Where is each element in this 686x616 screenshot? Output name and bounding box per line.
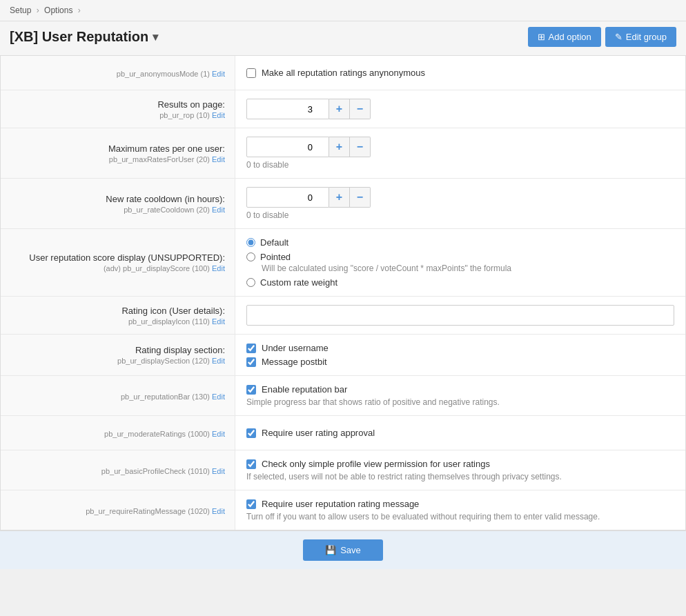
moderateratings-checkbox[interactable]: [246, 428, 256, 438]
cooldown-increment-button[interactable]: +: [329, 187, 350, 208]
breadcrumb-setup[interactable]: Setup: [10, 6, 31, 15]
option-value-displayscore: Default Pointed Will be calculated using…: [235, 229, 685, 296]
moderateratings-label: Require user rating approval: [262, 428, 375, 438]
maxrates-edit-link[interactable]: Edit: [212, 155, 225, 163]
maxrates-decrement-button[interactable]: −: [350, 137, 371, 157]
maxrates-hint: 0 to disable: [246, 160, 674, 170]
under-username-row[interactable]: Under username: [246, 343, 674, 353]
radio-pointed-container: Pointed Will be calculated using "score …: [246, 252, 674, 273]
moderateratings-checkbox-row[interactable]: Require user rating approval: [246, 428, 674, 438]
option-row-reputationbar: pb_ur_reputationBar (130) Edit Enable re…: [1, 376, 685, 416]
requiremessage-checkbox[interactable]: [246, 499, 256, 509]
rop-decrement-button[interactable]: −: [350, 99, 371, 119]
cooldown-edit-link[interactable]: Edit: [212, 206, 225, 214]
rop-label-text: Results on page:: [157, 99, 225, 110]
option-label-reputationbar: pb_ur_reputationBar (130) Edit: [1, 376, 235, 415]
message-postbit-row[interactable]: Message postbit: [246, 357, 674, 367]
option-label-basicprofilecheck: pb_ur_basicProfileCheck (1010) Edit: [1, 450, 235, 490]
radio-custom-row[interactable]: Custom rate weight: [246, 277, 674, 288]
add-option-icon: ⊞: [538, 32, 545, 42]
reputationbar-label: Enable reputation bar: [262, 384, 347, 395]
rop-input[interactable]: [246, 99, 329, 119]
radio-default[interactable]: [246, 238, 255, 247]
cooldown-decrement-button[interactable]: −: [350, 187, 371, 208]
cooldown-input[interactable]: [246, 187, 329, 208]
page-header: [XB] User Reputation ▾ ⊞ Add option ✎ Ed…: [0, 21, 686, 55]
displayscore-edit-link[interactable]: Edit: [212, 264, 225, 272]
moderateratings-edit-link[interactable]: Edit: [212, 430, 225, 438]
edit-group-button[interactable]: ✎ Edit group: [605, 27, 676, 47]
reputationbar-checkbox[interactable]: [246, 385, 256, 395]
requiremessage-checkbox-row[interactable]: Require user reputation rating message: [246, 499, 674, 509]
page-title: [XB] User Reputation ▾: [10, 29, 158, 45]
radio-custom[interactable]: [246, 278, 255, 287]
requiremessage-edit-link[interactable]: Edit: [212, 507, 225, 515]
requiremessage-meta: pb_ur_requireRatingMessage (1020) Edit: [86, 507, 225, 515]
displayicon-input[interactable]: [246, 305, 674, 326]
rop-number-group: + −: [246, 99, 674, 119]
option-label-displayicon: Rating icon (User details): pb_ur_displa…: [1, 297, 235, 334]
rop-increment-button[interactable]: +: [329, 99, 350, 119]
displaysection-edit-link[interactable]: Edit: [212, 357, 225, 365]
maxrates-meta: pb_ur_maxRatesForUser (20) Edit: [109, 155, 225, 163]
basicprofilecheck-meta: pb_ur_basicProfileCheck (1010) Edit: [101, 467, 225, 475]
message-postbit-checkbox[interactable]: [246, 357, 256, 367]
radio-default-label: Default: [260, 237, 288, 248]
cooldown-hint: 0 to disable: [246, 210, 674, 220]
option-label-moderateratings: pb_ur_moderateRatings (1000) Edit: [1, 416, 235, 450]
displayicon-label-text: Rating icon (User details):: [121, 306, 225, 316]
displaysection-meta: pb_ur_displaySection (120) Edit: [117, 357, 225, 365]
cooldown-number-group: + −: [246, 187, 674, 208]
save-button[interactable]: 💾 Save: [303, 539, 383, 561]
option-label-anonymous: pb_ur_anonymousMode (1) Edit: [1, 56, 235, 90]
option-value-displaysection: Under username Message postbit: [235, 335, 685, 375]
option-row-moderateratings: pb_ur_moderateRatings (1000) Edit Requir…: [1, 416, 685, 450]
reputationbar-checkbox-row[interactable]: Enable reputation bar: [246, 384, 674, 395]
option-value-displayicon: [235, 297, 685, 334]
save-icon: 💾: [325, 545, 336, 555]
option-label-rop: Results on page: pb_ur_rop (10) Edit: [1, 90, 235, 128]
rop-meta: pb_ur_rop (10) Edit: [159, 111, 225, 119]
anonymous-checkbox-row[interactable]: Make all reputation ratings anynonymous: [246, 68, 674, 78]
maxrates-label-text: Maximum rates per one user:: [108, 143, 225, 154]
option-value-rop: + −: [235, 90, 685, 128]
cooldown-meta: pb_ur_rateCooldown (20) Edit: [124, 206, 225, 214]
option-value-moderateratings: Require user rating approval: [235, 416, 685, 450]
breadcrumb-options[interactable]: Options: [44, 6, 72, 15]
radio-pointed-row[interactable]: Pointed: [246, 252, 674, 262]
basicprofilecheck-checkbox-row[interactable]: Check only simple profile view permissio…: [246, 459, 674, 469]
radio-pointed-label: Pointed: [260, 252, 291, 262]
title-dropdown-arrow[interactable]: ▾: [153, 30, 158, 43]
option-label-requiremessage: pb_ur_requireRatingMessage (1020) Edit: [1, 490, 235, 530]
option-value-cooldown: + − 0 to disable: [235, 179, 685, 228]
edit-group-icon: ✎: [615, 32, 623, 42]
add-option-button[interactable]: ⊞ Add option: [528, 27, 601, 47]
maxrates-increment-button[interactable]: +: [329, 137, 350, 157]
rop-edit-link[interactable]: Edit: [212, 111, 225, 119]
option-value-basicprofilecheck: Check only simple profile view permissio…: [235, 450, 685, 490]
option-value-maxrates: + − 0 to disable: [235, 128, 685, 178]
option-row-requiremessage: pb_ur_requireRatingMessage (1020) Edit R…: [1, 490, 685, 530]
option-row-maxrates: Maximum rates per one user: pb_ur_maxRat…: [1, 128, 685, 179]
basicprofilecheck-checkbox[interactable]: [246, 459, 256, 469]
edit-group-label: Edit group: [626, 32, 667, 42]
reputationbar-hint: Simple progress bar that shows ratio of …: [246, 397, 674, 407]
radio-pointed[interactable]: [246, 252, 255, 261]
displayicon-edit-link[interactable]: Edit: [212, 317, 225, 326]
options-table: pb_ur_anonymousMode (1) Edit Make all re…: [0, 55, 686, 530]
option-row-cooldown: New rate cooldown (in hours): pb_ur_rate…: [1, 179, 685, 229]
option-row-basicprofilecheck: pb_ur_basicProfileCheck (1010) Edit Chec…: [1, 450, 685, 490]
displayscore-radio-group: Default Pointed Will be calculated using…: [246, 237, 674, 288]
option-label-displaysection: Rating display section: pb_ur_displaySec…: [1, 335, 235, 375]
under-username-checkbox[interactable]: [246, 344, 256, 353]
reputationbar-edit-link[interactable]: Edit: [212, 393, 225, 401]
option-label-maxrates: Maximum rates per one user: pb_ur_maxRat…: [1, 128, 235, 178]
option-value-requiremessage: Require user reputation rating message T…: [235, 490, 685, 530]
maxrates-input[interactable]: [246, 137, 329, 157]
anonymous-edit-link[interactable]: Edit: [212, 70, 225, 78]
option-row-displaysection: Rating display section: pb_ur_displaySec…: [1, 335, 685, 376]
basicprofilecheck-edit-link[interactable]: Edit: [212, 467, 225, 475]
anonymous-checkbox[interactable]: [246, 68, 256, 78]
radio-default-row[interactable]: Default: [246, 237, 674, 248]
message-postbit-label: Message postbit: [262, 357, 327, 367]
